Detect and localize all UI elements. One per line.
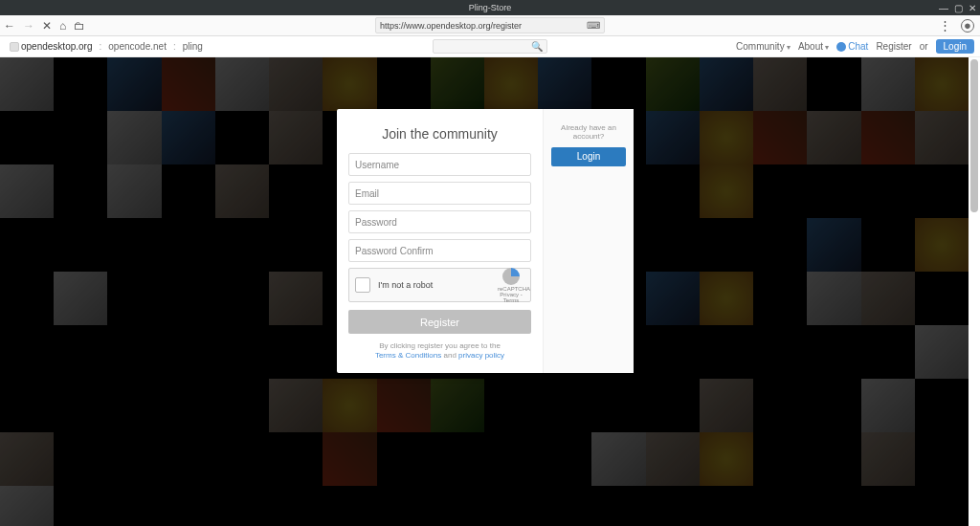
terms-link[interactable]: Terms & Conditions — [375, 351, 441, 360]
recaptcha-badge: reCAPTCHA Privacy - Terms — [498, 268, 524, 303]
password-confirm-field[interactable]: Password Confirm — [348, 239, 531, 262]
breadcrumb-sep: : — [173, 41, 176, 52]
minimize-icon[interactable]: — — [939, 3, 948, 13]
menu-or: or — [920, 41, 928, 52]
breadcrumb-pling[interactable]: pling — [179, 39, 207, 54]
close-icon[interactable]: ✕ — [969, 3, 976, 13]
breadcrumb-label: pling — [183, 41, 203, 52]
address-url: https://www.opendesktop.org/register — [380, 21, 587, 31]
browser-toolbar: ← → ✕ ⌂ 🗀 https://www.opendesktop.org/re… — [0, 15, 980, 36]
chat-icon — [836, 42, 846, 52]
window-title: Pling-Store — [469, 3, 512, 12]
breadcrumb: opendesktop.org : opencode.net : pling — [0, 39, 207, 54]
breadcrumb-label: opencode.net — [108, 41, 167, 52]
breadcrumb-sep: : — [100, 41, 102, 52]
profile-icon[interactable]: ● — [961, 19, 974, 33]
search-icon: 🔍 — [531, 41, 543, 52]
home-icon[interactable]: ⌂ — [59, 19, 66, 33]
stop-icon[interactable]: ✕ — [42, 19, 52, 33]
site-menu: Community About Chat Register or Login — [736, 39, 974, 54]
recaptcha-checkbox[interactable] — [355, 277, 370, 293]
login-button[interactable]: Login — [551, 147, 626, 166]
register-modal: Join the community Username Email Passwo… — [337, 109, 634, 373]
recaptcha-label: I'm not a robot — [378, 280, 498, 290]
toolbar-right: ⋮ ● — [939, 18, 974, 33]
privacy-link[interactable]: privacy policy — [458, 351, 504, 360]
agree-text: By clicking register you agree to the Te… — [348, 341, 531, 362]
password-field[interactable]: Password — [348, 210, 531, 233]
more-icon[interactable]: ⋮ — [939, 18, 951, 33]
window-titlebar: Pling-Store — ▢ ✕ — [0, 0, 980, 15]
email-field[interactable]: Email — [348, 182, 531, 205]
scrollbar-thumb[interactable] — [970, 59, 978, 212]
vertical-scrollbar[interactable] — [969, 57, 980, 526]
folder-icon[interactable]: 🗀 — [74, 19, 85, 33]
menu-chat[interactable]: Chat — [836, 41, 868, 52]
site-header: opendesktop.org : opencode.net : pling 🔍… — [0, 36, 980, 57]
breadcrumb-opencode[interactable]: opencode.net — [104, 39, 170, 54]
recaptcha-logo-icon — [502, 268, 520, 285]
login-panel: Already have an account? Login — [543, 109, 634, 373]
keyboard-icon: ⌨ — [587, 20, 600, 31]
menu-about[interactable]: About — [798, 41, 829, 52]
recaptcha-widget[interactable]: I'm not a robot reCAPTCHA Privacy - Term… — [348, 268, 531, 302]
register-button[interactable]: Register — [348, 310, 531, 334]
menu-register[interactable]: Register — [876, 41, 911, 52]
register-form: Join the community Username Email Passwo… — [337, 109, 543, 373]
already-text: Already have an account? — [551, 123, 626, 141]
nav-buttons: ← → ✕ ⌂ 🗀 — [4, 19, 85, 33]
window-controls: — ▢ ✕ — [939, 0, 976, 15]
menu-community[interactable]: Community — [736, 41, 791, 52]
breadcrumb-label: opendesktop.org — [21, 41, 93, 52]
address-bar[interactable]: https://www.opendesktop.org/register ⌨ — [375, 17, 605, 33]
chat-label: Chat — [848, 41, 868, 52]
search-input[interactable]: 🔍 — [433, 39, 547, 54]
menu-login[interactable]: Login — [936, 39, 974, 54]
forward-icon[interactable]: → — [23, 19, 34, 33]
username-field[interactable]: Username — [348, 153, 531, 176]
opendesktop-logo-icon — [10, 42, 19, 52]
breadcrumb-opendesktop[interactable]: opendesktop.org — [6, 39, 97, 54]
back-icon[interactable]: ← — [4, 19, 15, 33]
maximize-icon[interactable]: ▢ — [954, 3, 963, 13]
modal-heading: Join the community — [348, 126, 531, 142]
